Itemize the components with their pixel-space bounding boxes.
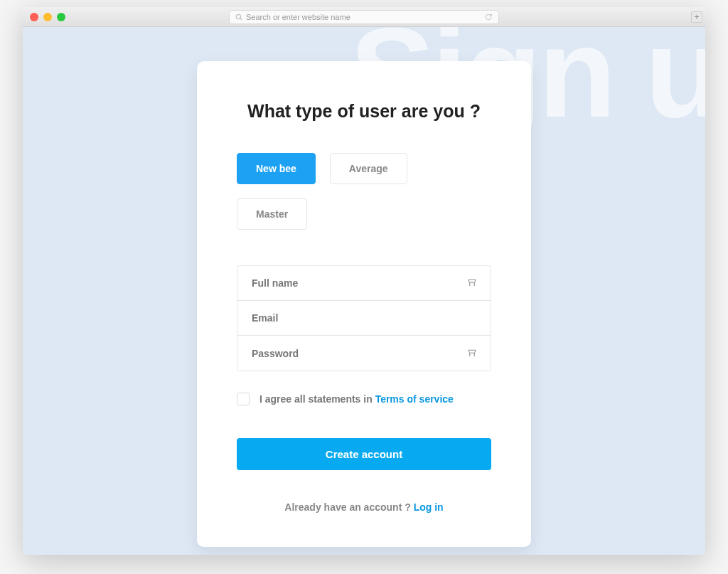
user-type-new-bee[interactable]: New bee bbox=[237, 153, 316, 184]
store-icon bbox=[466, 348, 478, 359]
minimize-window-button[interactable] bbox=[43, 13, 52, 21]
signup-card: What type of user are you ? New bee Aver… bbox=[197, 61, 531, 547]
terms-row: I agree all statements in Terms of servi… bbox=[237, 393, 491, 405]
create-account-button[interactable]: Create account bbox=[237, 438, 491, 470]
address-placeholder: Search or enter website name bbox=[246, 13, 350, 21]
close-window-button[interactable] bbox=[30, 13, 38, 21]
form-fields bbox=[237, 265, 491, 371]
search-icon bbox=[235, 14, 242, 21]
new-tab-button[interactable]: + bbox=[691, 11, 702, 23]
svg-line-1 bbox=[240, 18, 242, 20]
store-icon bbox=[466, 277, 478, 289]
page-content: Sign u What type of user are you ? New b… bbox=[23, 27, 705, 555]
terms-label: I agree all statements in Terms of servi… bbox=[259, 393, 454, 405]
email-input[interactable] bbox=[252, 312, 476, 324]
maximize-window-button[interactable] bbox=[57, 13, 65, 21]
user-type-group: New bee Average Master bbox=[237, 153, 491, 230]
user-type-average[interactable]: Average bbox=[330, 153, 407, 184]
terms-prefix: I agree all statements in bbox=[259, 393, 375, 405]
fullname-field-row bbox=[237, 266, 491, 301]
login-link[interactable]: Log in bbox=[414, 501, 444, 513]
terms-checkbox[interactable] bbox=[237, 393, 250, 405]
login-prompt: Already have an account ? Log in bbox=[237, 501, 491, 513]
terms-link[interactable]: Terms of service bbox=[375, 393, 454, 405]
user-type-master[interactable]: Master bbox=[237, 198, 307, 230]
svg-point-0 bbox=[236, 14, 240, 18]
browser-chrome: Search or enter website name + bbox=[23, 7, 705, 27]
fullname-input[interactable] bbox=[252, 277, 476, 289]
login-prefix: Already have an account ? bbox=[284, 501, 413, 513]
card-title: What type of user are you ? bbox=[237, 101, 491, 122]
address-bar[interactable]: Search or enter website name bbox=[229, 10, 499, 24]
traffic-lights bbox=[30, 13, 65, 21]
password-input[interactable] bbox=[252, 348, 476, 359]
refresh-icon[interactable] bbox=[484, 13, 493, 21]
email-field-row bbox=[237, 301, 491, 336]
password-field-row bbox=[237, 336, 491, 371]
browser-window: Search or enter website name + Sign u Wh… bbox=[23, 7, 705, 555]
